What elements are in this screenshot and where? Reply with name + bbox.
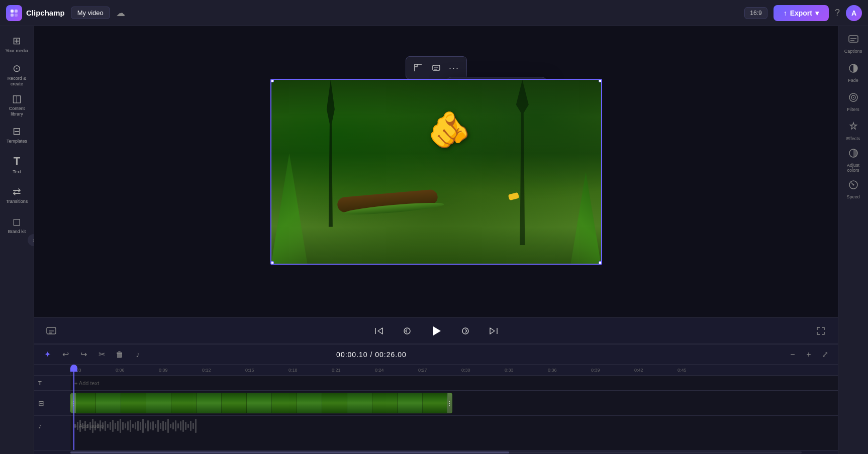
time-mark-5: 0:18: [286, 368, 330, 373]
fit-timeline-button[interactable]: ⤢: [818, 348, 832, 362]
export-button[interactable]: ↑ Export ▾: [774, 5, 829, 21]
right-tool-filters[interactable]: Filters: [841, 88, 865, 116]
add-text-label: + Add text: [74, 380, 99, 386]
sidebar-label-transitions: Transitions: [6, 199, 28, 204]
aspect-ratio-badge[interactable]: 16:9: [744, 7, 767, 19]
text-icon: T: [14, 155, 20, 168]
record-icon: ⊙: [13, 62, 21, 74]
redo-button[interactable]: ↪: [76, 348, 90, 362]
sidebar-label-record-create: Record &create: [8, 76, 27, 87]
app-name: Clipchamp: [26, 9, 65, 17]
time-mark-12: 0:39: [589, 368, 632, 373]
undo-button[interactable]: ↩: [58, 348, 72, 362]
time-mark-11: 0:36: [546, 368, 589, 373]
sidebar-item-text[interactable]: T Text: [3, 151, 31, 179]
ctrl-right: [812, 322, 830, 340]
rewind-button[interactable]: [398, 322, 416, 340]
fast-forward-button[interactable]: [456, 322, 474, 340]
sidebar-item-your-media[interactable]: ⊞ Your media: [3, 30, 31, 58]
right-tool-speed[interactable]: Speed: [841, 176, 865, 203]
clip-thumb-4: [171, 393, 197, 413]
handle-bottom-left[interactable]: [270, 261, 274, 265]
delete-button[interactable]: 🗑: [113, 348, 127, 362]
playhead[interactable]: [73, 365, 74, 450]
music-note-icon: ♪: [38, 422, 42, 430]
video-frame: ↺: [270, 79, 602, 265]
timeline-scrollbar: [34, 450, 838, 454]
effects-icon: [848, 121, 859, 135]
right-tool-captions[interactable]: Captions: [841, 30, 865, 57]
skip-forward-button[interactable]: [485, 322, 503, 340]
text-track[interactable]: + Add text: [70, 376, 838, 391]
templates-icon: ⊟: [13, 125, 21, 137]
audio-track-label-row: ♪: [34, 416, 70, 436]
help-icon[interactable]: ?: [835, 8, 840, 18]
text-track-icon: T: [38, 380, 42, 386]
audio-button[interactable]: ♪: [131, 348, 145, 362]
captions-right-label: Captions: [844, 49, 862, 54]
clip-handle-right[interactable]: ⋮: [447, 393, 452, 413]
sidebar-item-brand-kit[interactable]: ◻ Brand kit: [3, 211, 31, 239]
grid-icon: ⊞: [13, 35, 21, 47]
avatar[interactable]: A: [846, 5, 862, 21]
time-mark-8: 0:27: [416, 368, 459, 373]
sidebar-label-brand-kit: Brand kit: [8, 229, 26, 235]
handle-top-right[interactable]: [599, 79, 602, 82]
more-options-button[interactable]: ···: [446, 60, 462, 76]
speed-icon: [848, 179, 859, 193]
export-chevron-icon: ▾: [815, 9, 819, 17]
timeline-tracks: 0:03 0:06 0:09 0:12 0:15 0:18 0:21 0:24 …: [70, 365, 838, 450]
clip-thumb-6: [222, 393, 247, 413]
clip-thumb-3: [146, 393, 171, 413]
video-clip[interactable]: ⋮ ⋮: [70, 393, 452, 413]
time-mark-10: 0:33: [503, 368, 546, 373]
clip-thumb-9: [297, 393, 322, 413]
sidebar-item-transitions[interactable]: ⇄ Transitions: [3, 181, 31, 209]
export-icon: ↑: [784, 9, 787, 17]
fullscreen-button[interactable]: [812, 322, 830, 340]
sidebar-item-templates[interactable]: ⊟ Templates: [3, 121, 31, 149]
magic-button[interactable]: ✦: [40, 348, 54, 362]
handle-top-left[interactable]: [270, 79, 274, 82]
play-button[interactable]: [426, 321, 446, 341]
captions-button[interactable]: [428, 60, 444, 76]
app-logo[interactable]: Clipchamp: [6, 5, 65, 21]
audio-track[interactable]: + Add audio: [70, 416, 838, 436]
captions-toggle-button[interactable]: [42, 322, 60, 340]
scrollbar-track[interactable]: [70, 451, 802, 453]
filters-label: Filters: [847, 107, 859, 112]
clip-thumb-5: [197, 393, 222, 413]
crop-button[interactable]: [410, 60, 426, 76]
time-mark-3: 0:12: [200, 368, 243, 373]
svg-rect-3: [15, 14, 18, 17]
right-tool-fade[interactable]: Fade: [841, 59, 865, 86]
skip-back-button[interactable]: [370, 322, 388, 340]
timeline-body: T ⊟ ♪: [34, 365, 838, 450]
handle-bottom-right[interactable]: [599, 261, 602, 265]
clip-thumb-8: [272, 393, 297, 413]
zoom-out-button[interactable]: −: [786, 348, 800, 362]
cloud-save-icon: ☁: [116, 8, 125, 19]
library-icon: ◫: [12, 92, 22, 104]
captions-right-icon: [848, 34, 859, 47]
zoom-in-button[interactable]: +: [802, 348, 816, 362]
time-mark-9: 0:30: [459, 368, 503, 373]
sidebar-item-record-create[interactable]: ⊙ Record &create: [3, 60, 31, 88]
ctrl-left: [42, 322, 60, 340]
time-mark-7: 0:24: [373, 368, 416, 373]
scrollbar-thumb[interactable]: [70, 451, 509, 453]
right-tool-adjust-colors[interactable]: Adjustcolors: [841, 147, 865, 174]
time-ruler: 0:03 0:06 0:09 0:12 0:15 0:18 0:21 0:24 …: [70, 365, 838, 376]
time-mark-6: 0:21: [330, 368, 373, 373]
playhead-head: [70, 365, 77, 372]
right-tool-effects[interactable]: Effects: [841, 118, 865, 145]
clip-thumb-7: [247, 393, 272, 413]
sidebar-label-your-media: Your media: [6, 48, 28, 54]
transitions-icon: ⇄: [13, 185, 21, 197]
video-track: ⋮ ⋮: [70, 391, 838, 416]
time-mark-4: 0:15: [243, 368, 286, 373]
filters-icon: [848, 92, 859, 105]
cut-button[interactable]: ✂: [94, 348, 109, 362]
video-title[interactable]: My video: [71, 7, 110, 19]
sidebar-item-content-library[interactable]: ◫ Contentlibrary: [3, 90, 31, 119]
